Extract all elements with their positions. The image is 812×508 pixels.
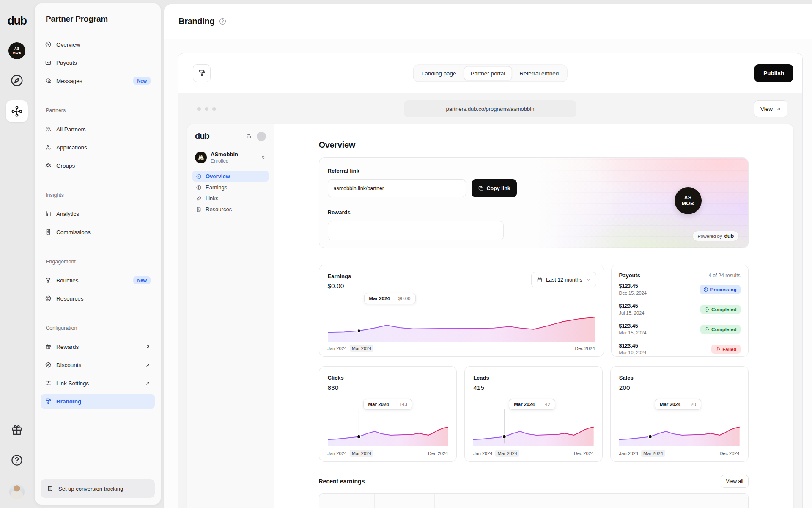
leads-area-chart bbox=[473, 409, 594, 446]
book-open-icon bbox=[47, 485, 54, 492]
chart-tooltip: Mar 202442 bbox=[509, 399, 555, 410]
copy-icon bbox=[478, 185, 484, 191]
arrow-up-right-icon bbox=[145, 362, 151, 368]
main-panel: Branding Landing page Partner portal Ref… bbox=[164, 4, 812, 508]
portal-nav-overview[interactable]: Overview bbox=[192, 171, 269, 182]
section-heading-configuration: Configuration bbox=[41, 324, 155, 332]
dub-logo: dub bbox=[724, 233, 733, 239]
copy-link-button[interactable]: Copy link bbox=[472, 179, 517, 197]
check-circle-icon bbox=[704, 307, 709, 312]
sidebar-item-link-settings[interactable]: Link Settings bbox=[41, 376, 155, 390]
portal-nav-links[interactable]: Links bbox=[192, 193, 269, 204]
preview-url[interactable]: partners.dub.co/programs/asmobbin bbox=[404, 100, 576, 117]
invoice-icon bbox=[45, 59, 52, 66]
sidebar-item-discounts[interactable]: Discounts bbox=[41, 358, 155, 372]
sidebar-item-groups[interactable]: Groups bbox=[41, 158, 155, 173]
alert-circle-icon bbox=[715, 347, 720, 352]
page-header: Branding bbox=[164, 4, 812, 39]
setup-conversion-tracking-button[interactable]: Set up conversion tracking bbox=[41, 479, 155, 498]
dollar-circle-icon bbox=[196, 185, 202, 190]
dub-logo: dub bbox=[8, 14, 27, 28]
chevrons-up-down-icon bbox=[261, 155, 266, 160]
portal-avatar-placeholder[interactable] bbox=[257, 132, 266, 141]
sidebar-item-branding[interactable]: Branding bbox=[41, 394, 155, 409]
payout-row[interactable]: $123.45Dec 15, 2024 Processing bbox=[619, 279, 741, 299]
payout-row[interactable]: $123.45Jul 15, 2024 Completed bbox=[619, 299, 741, 319]
user-avatar[interactable] bbox=[9, 484, 25, 499]
rewards-placeholder: ... bbox=[328, 221, 504, 240]
tab-partner-portal[interactable]: Partner portal bbox=[464, 66, 512, 80]
page-title: Branding bbox=[178, 17, 214, 26]
leads-chart-card: Leads 415 Mar 202442 bbox=[464, 366, 603, 462]
sidebar-item-resources[interactable]: Resources bbox=[41, 291, 155, 306]
portal-nav-earnings[interactable]: Earnings bbox=[192, 182, 269, 193]
status-badge-processing: Processing bbox=[700, 285, 741, 294]
sidebar-item-commissions[interactable]: Commissions bbox=[41, 225, 155, 239]
new-badge: New bbox=[133, 276, 151, 284]
tab-landing-page[interactable]: Landing page bbox=[415, 66, 463, 80]
paint-roller-icon bbox=[198, 69, 206, 77]
status-badge-failed: Failed bbox=[711, 345, 740, 354]
sidebar-item-overview[interactable]: Overview bbox=[41, 37, 155, 52]
referral-link-input[interactable] bbox=[328, 179, 466, 197]
date-range-filter[interactable]: Last 12 months bbox=[531, 272, 596, 287]
sidebar-item-bounties[interactable]: BountiesNew bbox=[41, 273, 155, 287]
view-all-button[interactable]: View all bbox=[721, 475, 748, 488]
partner-portal-preview: dub ASMOB ASmobbin Enrolled bbox=[187, 124, 793, 508]
workspace-avatar[interactable]: AS MOB bbox=[8, 42, 25, 59]
icon-rail: dub AS MOB bbox=[0, 0, 34, 508]
recent-earnings-table-header bbox=[319, 493, 749, 508]
check-circle-icon bbox=[704, 327, 709, 332]
brand-style-button[interactable] bbox=[193, 64, 211, 82]
new-badge: New bbox=[133, 77, 151, 85]
payouts-title: Payouts bbox=[619, 272, 641, 279]
portal-main: Overview ASMOB Powered bydub Referral li… bbox=[274, 124, 793, 508]
portal-nav-resources[interactable]: Resources bbox=[192, 204, 269, 215]
receipt-icon bbox=[45, 229, 52, 235]
chevron-down-icon bbox=[586, 277, 591, 282]
help-icon[interactable] bbox=[10, 453, 24, 467]
partner-status: Enrolled bbox=[211, 158, 238, 163]
payout-row[interactable]: $123.45Mar 15, 2024 Completed bbox=[619, 319, 741, 339]
hub-icon bbox=[11, 105, 23, 118]
gift-icon bbox=[45, 343, 52, 350]
highlighted-tick: Mar 2024 bbox=[350, 345, 373, 352]
x-axis: Jan 2024Mar 2024Dec 2024 bbox=[473, 450, 594, 457]
branding-toolbar: Landing page Partner portal Referral emb… bbox=[178, 53, 802, 93]
partner-program-tile[interactable] bbox=[6, 100, 28, 122]
portal-sidebar: dub ASMOB ASmobbin Enrolled bbox=[187, 124, 274, 508]
compass-icon[interactable] bbox=[10, 73, 24, 88]
sales-chart-card: Sales 200 Mar 202420 bbox=[610, 366, 749, 462]
chart-tooltip: Mar 202420 bbox=[655, 399, 701, 410]
sidebar-item-messages[interactable]: MessagesNew bbox=[41, 74, 155, 88]
partner-switcher[interactable]: ASMOB ASmobbin Enrolled bbox=[193, 151, 268, 163]
clicks-chart-card: Clicks 830 Mar 2024143 bbox=[319, 366, 457, 462]
payout-row[interactable]: $123.45Mar 10, 2024 Failed bbox=[619, 339, 741, 359]
x-axis: Jan 2024Mar 2024Dec 2024 bbox=[619, 450, 740, 457]
section-heading-insights: Insights bbox=[41, 191, 155, 199]
sidebar-title: Partner Program bbox=[41, 14, 155, 24]
sidebar-item-applications[interactable]: Applications bbox=[41, 140, 155, 155]
publish-button[interactable]: Publish bbox=[754, 64, 793, 82]
trophy-icon bbox=[45, 277, 52, 284]
page-body: Landing page Partner portal Referral emb… bbox=[164, 39, 812, 508]
chart-tooltip: Mar 2024143 bbox=[363, 399, 412, 410]
life-buoy-icon bbox=[45, 295, 52, 302]
portal-brand-logo: dub bbox=[195, 131, 209, 141]
recent-earnings-title: Recent earnings bbox=[319, 478, 365, 485]
sidebar-item-all-partners[interactable]: All Partners bbox=[41, 122, 155, 136]
message-icon bbox=[45, 77, 52, 84]
view-button[interactable]: View bbox=[754, 100, 787, 117]
page-help-icon[interactable] bbox=[219, 17, 227, 25]
tab-referral-embed[interactable]: Referral embed bbox=[513, 66, 565, 80]
gift-icon[interactable] bbox=[246, 133, 252, 139]
users-icon bbox=[45, 126, 52, 133]
sidebar-item-rewards[interactable]: Rewards bbox=[41, 340, 155, 354]
arrow-up-right-icon bbox=[145, 381, 151, 386]
sidebar-item-analytics[interactable]: Analytics bbox=[41, 207, 155, 221]
referral-card: ASMOB Powered bydub Referral link Copy l… bbox=[319, 157, 749, 248]
sidebar-item-payouts[interactable]: Payouts bbox=[41, 55, 155, 70]
payouts-results-count: 4 of 24 results bbox=[708, 273, 740, 279]
gauge-icon bbox=[196, 174, 202, 179]
gift-icon[interactable] bbox=[10, 423, 24, 437]
